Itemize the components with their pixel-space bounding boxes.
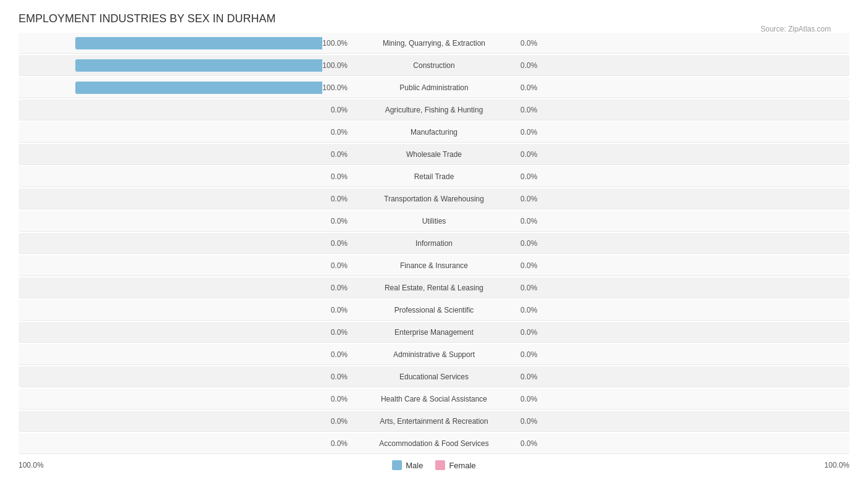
chart-row: 0.0% Educational Services 0.0%: [19, 366, 849, 387]
male-bar-container: [19, 37, 322, 49]
female-bar-container: [543, 437, 849, 450]
chart-row: 0.0% Information 0.0%: [19, 233, 849, 254]
female-value: 0.0%: [520, 106, 543, 114]
right-section: 0.0%: [514, 166, 849, 187]
male-value: 100.0%: [322, 39, 348, 48]
chart-row: 100.0% Public Administration 0.0%: [19, 77, 849, 98]
female-bar-container: [543, 126, 849, 138]
chart-row: 0.0% Arts, Entertainment & Recreation 0.…: [19, 411, 849, 432]
male-value: 0.0%: [325, 150, 348, 159]
male-bar-container: [19, 393, 325, 405]
chart-row: 0.0% Wholesale Trade 0.0%: [19, 144, 849, 165]
male-bar-container: [19, 148, 325, 161]
right-section: 0.0%: [514, 277, 849, 298]
left-section: 0.0%: [19, 433, 354, 453]
male-value: 0.0%: [325, 439, 348, 448]
legend: 100.0% Male Female 100.0%: [19, 460, 849, 470]
industry-label: Enterprise Management: [354, 328, 514, 337]
male-bar-container: [19, 371, 325, 383]
source-label: Source: ZipAtlas.com: [761, 25, 831, 33]
male-value: 0.0%: [325, 172, 348, 181]
right-section: 0.0%: [514, 188, 849, 209]
male-value: 0.0%: [325, 261, 348, 270]
chart-row: 0.0% Real Estate, Rental & Leasing 0.0%: [19, 277, 849, 298]
male-value: 0.0%: [325, 350, 348, 359]
industry-label: Public Administration: [354, 83, 514, 92]
chart-row: 0.0% Retail Trade 0.0%: [19, 166, 849, 187]
male-value: 0.0%: [325, 217, 348, 225]
left-section: 100.0%: [19, 77, 354, 98]
footer-right-value: 100.0%: [824, 461, 849, 469]
female-value: 0.0%: [520, 284, 543, 292]
left-section: 0.0%: [19, 233, 354, 253]
right-section: 0.0%: [514, 99, 849, 120]
right-section: 0.0%: [514, 55, 849, 75]
female-bar-container: [543, 304, 849, 316]
female-bar-container: [543, 371, 849, 383]
legend-male: Male: [392, 460, 423, 470]
left-section: 0.0%: [19, 411, 354, 431]
chart-row: 100.0% Construction 0.0%: [19, 55, 849, 76]
male-bar-container: [19, 326, 325, 339]
left-section: 0.0%: [19, 166, 354, 187]
chart-row: 100.0% Mining, Quarrying, & Extraction 0…: [19, 33, 849, 54]
female-value: 0.0%: [520, 350, 543, 359]
legend-female: Female: [435, 460, 475, 470]
female-value: 0.0%: [520, 373, 543, 381]
female-value: 0.0%: [520, 39, 543, 48]
female-bar-container: [543, 282, 849, 294]
female-value: 0.0%: [520, 172, 543, 181]
male-legend-box: [392, 460, 402, 470]
female-value: 0.0%: [520, 128, 543, 137]
female-bar-container: [543, 37, 849, 49]
left-section: 0.0%: [19, 300, 354, 320]
female-bar-container: [543, 259, 849, 272]
male-bar: [75, 59, 322, 72]
left-section: 0.0%: [19, 122, 354, 142]
left-section: 100.0%: [19, 33, 354, 53]
left-section: 0.0%: [19, 322, 354, 342]
male-value: 0.0%: [325, 284, 348, 292]
female-value: 0.0%: [520, 150, 543, 159]
right-section: 0.0%: [514, 300, 849, 320]
female-value: 0.0%: [520, 328, 543, 337]
chart-row: 0.0% Finance & Insurance 0.0%: [19, 255, 849, 276]
chart-area: 100.0% Mining, Quarrying, & Extraction 0…: [19, 33, 849, 454]
male-bar: [75, 82, 322, 94]
male-value: 100.0%: [322, 83, 348, 92]
female-bar-container: [543, 415, 849, 427]
female-bar-container: [543, 326, 849, 339]
left-section: 0.0%: [19, 277, 354, 298]
industry-label: Construction: [354, 61, 514, 70]
industry-label: Transportation & Warehousing: [354, 195, 514, 203]
male-bar-container: [19, 126, 325, 138]
industry-label: Agriculture, Fishing & Hunting: [354, 106, 514, 114]
female-value: 0.0%: [520, 239, 543, 248]
male-value: 0.0%: [325, 395, 348, 403]
industry-label: Mining, Quarrying, & Extraction: [354, 39, 514, 48]
female-bar-container: [543, 193, 849, 205]
male-value: 0.0%: [325, 373, 348, 381]
male-value: 0.0%: [325, 195, 348, 203]
right-section: 0.0%: [514, 433, 849, 453]
female-bar-container: [543, 215, 849, 227]
male-bar-container: [19, 82, 322, 94]
right-section: 0.0%: [514, 33, 849, 53]
male-value: 100.0%: [322, 61, 348, 70]
chart-row: 0.0% Administrative & Support 0.0%: [19, 344, 849, 365]
chart-row: 0.0% Manufacturing 0.0%: [19, 122, 849, 143]
male-value: 0.0%: [325, 306, 348, 314]
male-legend-label: Male: [406, 461, 423, 470]
female-value: 0.0%: [520, 306, 543, 314]
male-bar-container: [19, 259, 325, 272]
chart-row: 0.0% Utilities 0.0%: [19, 211, 849, 232]
male-bar-container: [19, 237, 325, 250]
female-legend-box: [435, 460, 445, 470]
female-value: 0.0%: [520, 395, 543, 403]
left-section: 0.0%: [19, 99, 354, 120]
male-bar-container: [19, 104, 325, 116]
female-value: 0.0%: [520, 83, 543, 92]
industry-label: Real Estate, Rental & Leasing: [354, 284, 514, 292]
chart-row: 0.0% Health Care & Social Assistance 0.0…: [19, 389, 849, 410]
right-section: 0.0%: [514, 322, 849, 342]
